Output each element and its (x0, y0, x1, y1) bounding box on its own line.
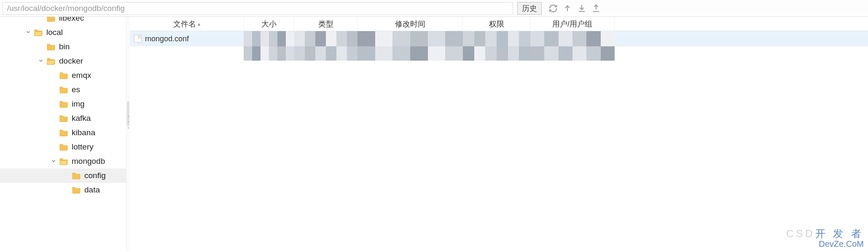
tree-item-label: docker (59, 56, 83, 66)
folder-icon (46, 43, 56, 51)
tree-item-label: es (72, 85, 80, 94)
column-header-user[interactable]: 用户/用户组 (530, 17, 615, 31)
table-row-obscured (130, 46, 868, 61)
tree-item-label: emqx (72, 71, 91, 80)
folder-icon (72, 186, 81, 194)
filename-text: mongod.conf (145, 35, 189, 43)
tree-item-label: libexec (59, 17, 84, 23)
folder-icon (59, 115, 68, 122)
folder-icon (59, 72, 68, 79)
path-input[interactable]: /usr/local/docker/mongodb/config (3, 2, 513, 15)
main-area: libexeclocalbindockeremqxesimgkafkakiban… (0, 17, 868, 251)
cell-obscured (294, 31, 357, 46)
chevron-down-icon[interactable] (51, 158, 57, 165)
folder-icon (59, 143, 68, 151)
tree-item-label: local (46, 28, 63, 37)
folder-icon (46, 57, 56, 65)
cell-obscured (530, 31, 615, 46)
cell-obscured (463, 46, 530, 61)
cell-filename: mongod.conf (130, 31, 244, 46)
tree-item-mongodb[interactable]: mongodb (0, 154, 126, 168)
path-text: /usr/local/docker/mongodb/config (7, 4, 125, 13)
tree-item-emqx[interactable]: emqx (0, 68, 126, 83)
upload-tray-icon[interactable] (591, 4, 601, 13)
column-header-type[interactable]: 类型 (294, 17, 357, 31)
cell-obscured (294, 46, 357, 61)
splitter[interactable] (126, 17, 130, 251)
tree-item-lottery[interactable]: lottery (0, 140, 126, 154)
tree-item-es[interactable]: es (0, 83, 126, 97)
tree-item-data[interactable]: data (0, 183, 126, 197)
folder-icon (59, 129, 68, 136)
download-icon[interactable] (577, 4, 586, 13)
sort-asc-icon: ▴ (198, 21, 200, 27)
tree-item-label: bin (59, 42, 70, 51)
table-body: mongod.conf (130, 31, 868, 251)
column-header-size[interactable]: 大小 (244, 17, 294, 31)
tree-item-local[interactable]: local (0, 25, 126, 40)
tree-item-kibana[interactable]: kibana (0, 125, 126, 140)
folder-icon (34, 29, 43, 36)
tree-item-label: kafka (72, 114, 91, 123)
cell-obscured (357, 31, 463, 46)
tree-item-kafka[interactable]: kafka (0, 111, 126, 125)
table-row[interactable]: mongod.conf (130, 31, 868, 46)
folder-icon (59, 158, 68, 165)
cell-obscured (357, 46, 463, 61)
tree-item-libexec[interactable]: libexec (0, 17, 126, 25)
history-button[interactable]: 历史 (517, 2, 542, 15)
refresh-icon[interactable] (548, 4, 558, 13)
tree-item-docker[interactable]: docker (0, 54, 126, 68)
cell-obscured (244, 31, 294, 46)
cell-obscured (244, 46, 294, 61)
tree-item-label: kibana (72, 128, 95, 137)
tree-item-label: lottery (72, 142, 94, 152)
column-header-mtime[interactable]: 修改时间 (357, 17, 463, 31)
chevron-down-icon[interactable] (25, 29, 32, 36)
tree-item-img[interactable]: img (0, 97, 126, 111)
tree-item-bin[interactable]: bin (0, 40, 126, 54)
folder-icon (59, 86, 68, 93)
folder-tree: libexeclocalbindockeremqxesimgkafkakiban… (0, 17, 126, 251)
column-header-perm[interactable]: 权限 (463, 17, 530, 31)
tree-item-label: config (84, 171, 106, 180)
file-table: 文件名 ▴ 大小 类型 修改时间 权限 用户/用户组 mongod.conf (130, 17, 868, 251)
cell-obscured (530, 46, 615, 61)
tree-item-label: img (72, 99, 85, 109)
tree-item-label: data (84, 185, 100, 195)
column-header-name[interactable]: 文件名 ▴ (130, 17, 244, 31)
tree-item-label: mongodb (72, 157, 105, 166)
folder-icon (46, 17, 56, 22)
chevron-down-icon[interactable] (38, 58, 45, 64)
cell-obscured (463, 31, 530, 46)
folder-icon (72, 172, 81, 179)
table-header: 文件名 ▴ 大小 类型 修改时间 权限 用户/用户组 (130, 17, 868, 31)
tree-item-config[interactable]: config (0, 168, 126, 183)
folder-icon (59, 100, 68, 108)
file-icon (134, 35, 142, 43)
toolbar-icons (545, 4, 604, 13)
toolbar: /usr/local/docker/mongodb/config 历史 (0, 0, 868, 17)
upload-arrow-icon[interactable] (563, 4, 572, 13)
